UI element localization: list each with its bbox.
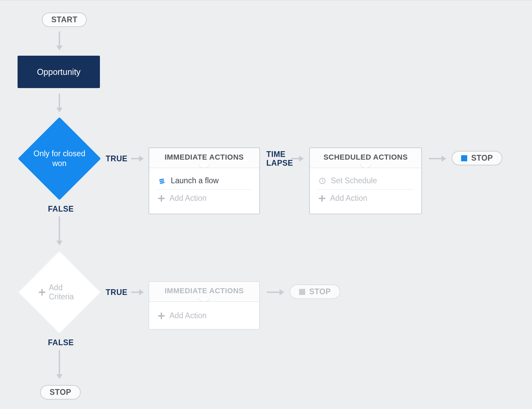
stop-label: STOP <box>50 388 71 397</box>
add-action-label: Add Action <box>169 194 207 203</box>
set-schedule-label: Set Schedule <box>331 176 377 185</box>
arrow-object-to-criteria <box>59 93 60 112</box>
arrow-criteria2-to-immediate <box>131 292 143 293</box>
add-criteria-content: Add Criteria <box>39 283 80 301</box>
arrow-start-to-object <box>59 31 60 50</box>
add-action-label: Add Action <box>169 311 207 320</box>
add-action-label: Add Action <box>330 194 367 203</box>
scheduled-actions-title: SCHEDULED ACTIONS <box>310 148 421 168</box>
start-label: START <box>51 15 77 24</box>
scheduled-actions-panel: SCHEDULED ACTIONS Set Schedule Add Actio… <box>309 147 422 214</box>
immediate-actions-title-1: IMMEDIATE ACTIONS <box>149 148 259 168</box>
stop-label: STOP <box>309 287 331 296</box>
criteria-node-2[interactable]: Add Criteria <box>18 251 101 334</box>
arrow-immediate2-to-stop <box>267 292 284 293</box>
add-criteria-label: Add Criteria <box>49 283 80 301</box>
stop-icon <box>461 155 467 161</box>
process-builder-canvas: START Opportunity Only for closed won TR… <box>0 0 532 409</box>
action-launch-flow[interactable]: Launch a flow <box>157 172 252 190</box>
stop-label: STOP <box>471 154 493 163</box>
start-node: START <box>42 12 87 27</box>
plus-icon <box>319 195 325 202</box>
action-label: Launch a flow <box>171 176 219 185</box>
plus-icon <box>158 312 165 319</box>
add-scheduled-action-button[interactable]: Add Action <box>317 190 414 207</box>
criteria-node-1[interactable]: Only for closed won <box>18 117 101 200</box>
plus-icon <box>158 195 165 202</box>
object-label: Opportunity <box>37 67 80 77</box>
immediate-actions-panel-2: IMMEDIATE ACTIONS Add Action <box>149 281 260 330</box>
false-label-2: FALSE <box>48 338 74 347</box>
arrow-criteria1-to-criteria2 <box>59 216 60 245</box>
set-schedule-button[interactable]: Set Schedule <box>317 172 414 190</box>
stop-node-1[interactable]: STOP <box>452 151 502 165</box>
stop-icon <box>299 289 305 295</box>
immediate-actions-panel-1: IMMEDIATE ACTIONS Launch a flow Add Acti… <box>149 147 260 214</box>
stop-node-bottom: STOP <box>40 385 81 400</box>
true-label-2: TRUE <box>106 288 128 297</box>
arrow-immediate-to-scheduled <box>291 158 303 159</box>
criteria-label: Only for closed won <box>26 149 93 168</box>
add-action-button-1[interactable]: Add Action <box>157 190 252 207</box>
time-lapse-label: TIME LAPSE <box>266 150 293 168</box>
false-label-1: FALSE <box>48 204 74 213</box>
true-label-1: TRUE <box>106 154 128 163</box>
clock-icon <box>319 177 326 185</box>
arrow-scheduled-to-stop <box>429 158 446 159</box>
flow-icon <box>158 177 166 185</box>
object-node[interactable]: Opportunity <box>18 56 100 88</box>
immediate-actions-title-2: IMMEDIATE ACTIONS <box>149 282 259 301</box>
add-action-button-2[interactable]: Add Action <box>157 306 252 322</box>
stop-node-2[interactable]: STOP <box>290 284 340 299</box>
arrow-criteria1-to-immediate <box>131 158 143 159</box>
arrow-criteria2-to-stop <box>59 350 60 378</box>
plus-icon <box>39 289 46 296</box>
